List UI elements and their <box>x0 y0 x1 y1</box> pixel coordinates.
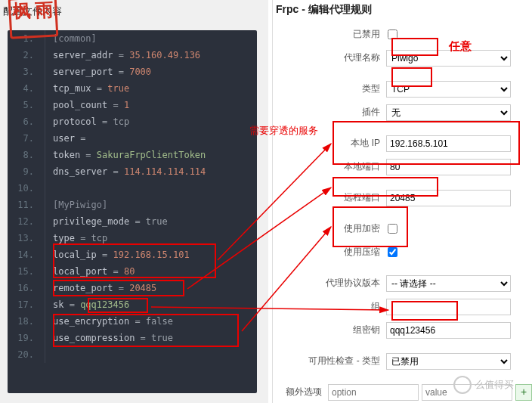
code-line: 18.use_encryption = false <box>8 313 257 330</box>
use-compression-checkbox[interactable] <box>388 247 397 257</box>
local-port-label: 本地端口 <box>273 160 386 173</box>
code-editor-panel: 配置文件内容 1.[common]2.server_addr = 35.160.… <box>0 0 268 403</box>
code-line: 15.local_port = 80 <box>8 263 257 280</box>
type-select[interactable]: TCP <box>386 81 511 98</box>
local-ip-label: 本地 IP <box>273 137 386 150</box>
proxy-name-label: 代理名称 <box>273 51 386 64</box>
code-line: 17.sk = qqq123456 <box>8 296 257 313</box>
code-line: 12.privilege_mode = true <box>8 213 257 230</box>
plugin-select[interactable]: 无 <box>386 104 511 121</box>
code-line: 2.server_addr = 35.160.49.136 <box>8 47 257 64</box>
use-encryption-checkbox[interactable] <box>388 224 397 234</box>
group-key-input[interactable] <box>386 322 511 339</box>
code-line: 4.tcp_mux = true <box>8 80 257 97</box>
plugin-label: 插件 <box>273 106 386 119</box>
code-line: 11.[MyPiwigo] <box>8 197 257 213</box>
code-line: 16.remote_port = 20485 <box>8 280 257 296</box>
proxy-name-select[interactable]: Piwigo <box>386 50 511 67</box>
code-line: 10. <box>8 180 257 197</box>
extra-opt-key-input[interactable] <box>328 384 419 401</box>
health-check-label: 可用性检查 - 类型 <box>273 355 386 367</box>
extra-opt-add-button[interactable]: + <box>515 384 532 401</box>
form-panel: Frpc - 编辑代理规则 已禁用 代理名称 Piwigo 类型 TCP 插件 … <box>272 0 532 403</box>
code-line: 6.protocol = tcp <box>8 113 257 130</box>
disabled-label: 已禁用 <box>273 28 386 41</box>
health-check-select[interactable]: 已禁用 <box>386 353 511 370</box>
group-label: 组 <box>273 300 386 313</box>
group-input[interactable] <box>386 299 511 315</box>
form-title: Frpc - 编辑代理规则 <box>273 0 532 23</box>
code-line: 13.type = tcp <box>8 230 257 246</box>
proxy-protocol-select[interactable]: -- 请选择 -- <box>386 275 511 292</box>
code-line: 8.token = SakuraFrpClientToken <box>8 147 257 163</box>
code-line: 19.use_compression = true <box>8 330 257 346</box>
code-line: 7.user = <box>8 130 257 147</box>
proxy-protocol-label: 代理协议版本 <box>273 277 386 290</box>
code-editor[interactable]: 1.[common]2.server_addr = 35.160.49.1363… <box>8 30 257 393</box>
local-port-input[interactable] <box>386 159 511 175</box>
code-line: 1.[common] <box>8 30 257 47</box>
code-line: 9.dns_server = 114.114.114.114 <box>8 163 257 180</box>
disabled-checkbox[interactable] <box>388 29 397 39</box>
remote-port-label: 远程端口 <box>273 191 386 204</box>
editor-title: 配置文件内容 <box>0 0 268 26</box>
code-line: 5.pool_count = 1 <box>8 97 257 113</box>
use-encryption-label: 使用加密 <box>273 222 386 235</box>
local-ip-input[interactable] <box>386 135 511 152</box>
extra-opt-val-input[interactable] <box>422 384 512 401</box>
code-line: 14.local_ip = 192.168.15.101 <box>8 246 257 263</box>
code-line: 20. <box>8 346 257 363</box>
group-key-label: 组密钥 <box>273 324 386 336</box>
remote-port-input[interactable] <box>386 190 511 206</box>
use-compression-label: 使用压缩 <box>273 246 386 259</box>
code-line: 3.server_port = 7000 <box>8 64 257 80</box>
extra-opts-label: 额外选项 <box>273 386 328 398</box>
type-label: 类型 <box>273 82 386 95</box>
